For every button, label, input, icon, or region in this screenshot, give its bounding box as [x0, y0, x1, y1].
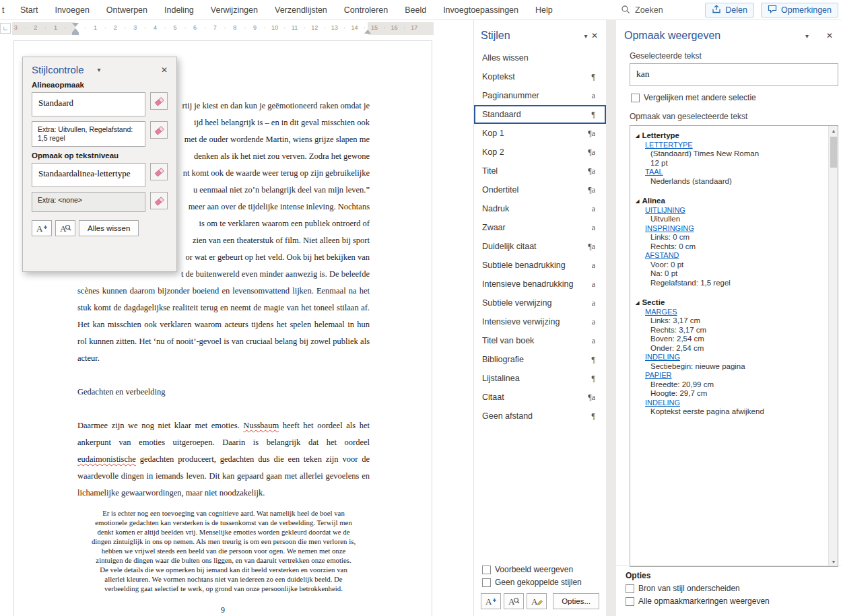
tree-row[interactable]: ◢INSPRINGING	[636, 224, 824, 234]
body-paragraph[interactable]: scènes kunnen daarom bijzonder boeiend e…	[77, 283, 370, 367]
chevron-down-icon[interactable]: ▾	[805, 32, 809, 40]
close-icon[interactable]: ✕	[826, 31, 833, 40]
reset-character-formatting-button[interactable]	[150, 163, 168, 180]
tree-row[interactable]: ◢Sectie	[636, 298, 824, 308]
tree-row[interactable]: ◢Onder: 2,54 cm	[636, 344, 824, 353]
tree-row[interactable]: ◢Sectiebegin: nieuwe pagina	[636, 362, 824, 372]
style-item[interactable]: Kop 1 ¶a	[474, 124, 606, 143]
style-item[interactable]: Duidelijk citaat ¶a	[474, 237, 606, 256]
styles-options-button[interactable]: Opties...	[553, 593, 599, 609]
ribbon-tab[interactable]: Beeld	[405, 5, 426, 15]
body-paragraph-2[interactable]: Daarmee zijn we nog niet klaar met emoti…	[77, 417, 370, 502]
style-item[interactable]: Koptekst ¶	[474, 67, 606, 86]
reveal-formatting-button[interactable]: A	[55, 220, 75, 236]
tree-row[interactable]: ◢Na: 0 pt	[636, 269, 824, 279]
ribbon-tab[interactable]: Indeling	[164, 5, 194, 15]
tree-row[interactable]: ◢Regelafstand: 1,5 regel	[636, 279, 824, 288]
tree-row[interactable]: ◢Boven: 2,54 cm	[636, 335, 824, 344]
tree-row[interactable]: ◢Lettertype	[636, 131, 824, 141]
style-item[interactable]: Kop 2 ¶a	[474, 143, 606, 162]
first-line-indent-marker[interactable]	[72, 23, 79, 27]
style-inspector-button[interactable]: A	[504, 593, 524, 609]
left-indent-marker[interactable]	[72, 32, 79, 35]
show-preview-checkbox-row[interactable]: Voorbeeld weergeven	[482, 565, 598, 574]
collapse-triangle-icon[interactable]: ◢	[636, 199, 639, 203]
clear-all-button[interactable]: Alles wissen	[79, 220, 139, 236]
style-item[interactable]: Titel van boek a	[474, 331, 606, 350]
tree-row[interactable]: ◢12 pt	[636, 159, 824, 168]
style-item[interactable]: Nadruk a	[474, 199, 606, 218]
collapse-triangle-icon[interactable]: ◢	[636, 300, 639, 305]
tree-row[interactable]: ◢LETTERTYPE	[636, 141, 824, 150]
scrollbar-thumb[interactable]	[830, 137, 837, 168]
new-style-button[interactable]: A	[32, 220, 52, 236]
compare-selection-checkbox-row[interactable]: Vergelijken met andere selectie	[631, 93, 838, 102]
style-item[interactable]: Subtiele benadrukking a	[474, 256, 606, 275]
document-heading[interactable]: Gedachten en verbeelding	[77, 384, 370, 401]
style-item[interactable]: Ondertitel ¶a	[474, 180, 606, 199]
tree-row[interactable]: ◢Nederlands (standaard)	[636, 177, 824, 186]
close-icon[interactable]: ✕	[591, 31, 598, 40]
style-item[interactable]: Standaard ¶	[474, 105, 606, 124]
tree-row[interactable]: ◢Voor: 0 pt	[636, 261, 824, 270]
tree-row[interactable]: ◢Koptekst eerste pagina afwijkend	[636, 407, 824, 417]
manage-styles-button[interactable]: A	[527, 593, 547, 609]
ribbon-tab[interactable]: Controleren	[344, 5, 388, 15]
tree-row[interactable]: ◢(Standaard) Times New Roman	[636, 149, 824, 159]
style-item[interactable]: Zwaar a	[474, 218, 606, 237]
chevron-down-icon[interactable]: ▾	[98, 66, 101, 73]
tree-scrollbar[interactable]: ▲ ▼	[828, 126, 838, 566]
style-item[interactable]: Citaat ¶a	[474, 388, 606, 407]
style-item[interactable]: Intensieve benadrukking a	[474, 275, 606, 294]
search-box[interactable]: Zoeken	[621, 0, 663, 20]
ribbon-tab[interactable]: Invoegen	[55, 5, 89, 15]
tree-row[interactable]: ◢Alinea	[636, 197, 824, 206]
paragraph-extra-box[interactable]: Extra: Uitvullen, Regelafstand: 1,5 rege…	[32, 121, 145, 147]
checkbox-icon[interactable]	[631, 94, 640, 102]
style-item[interactable]: Paginanummer a	[474, 86, 606, 105]
checkbox-icon[interactable]	[626, 597, 634, 606]
clear-paragraph-extra-button[interactable]	[150, 121, 168, 139]
tree-row[interactable]: ◢Hoogte: 29,7 cm	[636, 389, 824, 399]
character-extra-box[interactable]: Extra: <none>	[32, 192, 145, 212]
disable-linked-styles-checkbox-row[interactable]: Geen gekoppelde stijlen	[482, 578, 598, 587]
tree-row[interactable]: ◢Rechts: 0 cm	[636, 242, 824, 252]
style-item[interactable]: Alles wissen	[474, 48, 606, 67]
chevron-down-icon[interactable]: ▾	[584, 32, 588, 40]
tree-row[interactable]: ◢TAAL	[636, 168, 824, 177]
style-item[interactable]: Intensieve verwijzing a	[474, 312, 606, 331]
tree-row[interactable]: ◢Links: 0 cm	[636, 233, 824, 242]
tree-row[interactable]: ◢Uitvullen	[636, 215, 824, 224]
clear-character-extra-button[interactable]	[150, 192, 168, 209]
style-item[interactable]: Lijstalinea ¶	[474, 369, 606, 388]
tree-row[interactable]: ◢UITLIJNING	[636, 206, 824, 215]
comments-button[interactable]: Opmerkingen	[761, 3, 838, 18]
share-button[interactable]: Delen	[705, 3, 754, 18]
tree-row[interactable]: ◢INDELING	[636, 399, 824, 408]
ribbon-tab[interactable]: Verzendlijsten	[275, 5, 327, 15]
scroll-up-icon[interactable]: ▲	[829, 126, 838, 135]
right-indent-marker[interactable]	[364, 30, 371, 34]
tree-row[interactable]: ◢Links: 3,17 cm	[636, 316, 824, 326]
close-icon[interactable]: ✕	[161, 65, 168, 75]
tree-row[interactable]: ◢INDELING	[636, 353, 824, 362]
style-item[interactable]: Subtiele verwijzing a	[474, 294, 606, 312]
tree-row[interactable]: ◢	[636, 287, 824, 298]
show-all-formatting-marks-checkbox-row[interactable]: Alle opmaakmarkeringen weergeven	[626, 596, 832, 606]
checkbox-icon[interactable]	[482, 578, 491, 587]
character-style-box[interactable]: Standaardalinea-lettertype	[32, 163, 145, 187]
paragraph-style-box[interactable]: Standaard	[32, 92, 145, 116]
style-item[interactable]: Bibliografie ¶	[474, 350, 606, 369]
tree-row[interactable]: ◢AFSTAND	[636, 251, 824, 261]
ribbon-tab[interactable]: Invoegtoepassingen	[443, 5, 518, 15]
tree-row[interactable]: ◢	[636, 186, 824, 197]
tree-row[interactable]: ◢MARGES	[636, 308, 824, 317]
ribbon-tab[interactable]: Help	[535, 5, 553, 15]
ribbon-tab[interactable]: Start	[20, 5, 38, 15]
checkbox-icon[interactable]	[482, 566, 491, 574]
ribbon-tab-partial[interactable]: t	[2, 5, 4, 15]
ribbon-tab[interactable]: Verwijzingen	[211, 5, 258, 15]
block-quote-paragraph[interactable]: Er is echter nog een toevoeging van cogn…	[91, 508, 356, 593]
checkbox-icon[interactable]	[626, 584, 634, 593]
ribbon-tab[interactable]: Ontwerpen	[106, 5, 147, 15]
